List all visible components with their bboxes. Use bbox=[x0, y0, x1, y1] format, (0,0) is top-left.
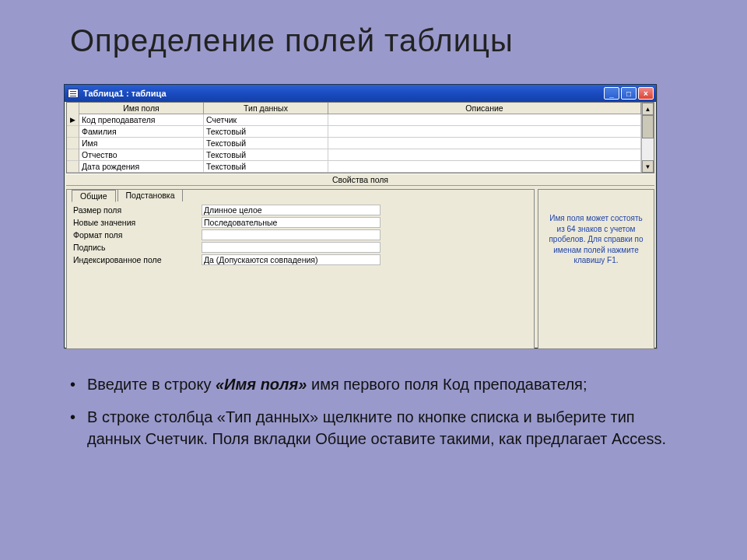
bullet-list: Введите в строку «Имя поля» имя первого … bbox=[70, 373, 677, 460]
col-header-name[interactable]: Имя поля bbox=[79, 103, 204, 114]
field-desc-cell[interactable] bbox=[328, 138, 641, 149]
field-type-cell[interactable]: Текстовый bbox=[204, 138, 328, 149]
titlebar: Таблица1 : таблица _ □ × bbox=[65, 85, 656, 102]
property-row: Подпись bbox=[73, 241, 528, 254]
field-grid: Имя поля Тип данных Описание ▶ Код препо… bbox=[66, 102, 654, 173]
table-row[interactable]: Дата рождения Текстовый bbox=[67, 161, 641, 173]
access-design-window: Таблица1 : таблица _ □ × Имя поля Тип да… bbox=[64, 84, 657, 348]
field-type-cell[interactable]: Текстовый bbox=[204, 126, 328, 138]
field-type-cell[interactable]: Текстовый bbox=[204, 149, 328, 161]
row-selector[interactable] bbox=[67, 161, 79, 173]
property-row: Формат поля bbox=[73, 229, 528, 241]
properties-panel: Общие Подстановка Размер поля Длинное це… bbox=[66, 189, 535, 349]
property-value[interactable]: Последовательные bbox=[202, 217, 381, 228]
field-name-cell[interactable]: Имя bbox=[79, 138, 204, 149]
row-selector[interactable] bbox=[67, 138, 79, 149]
property-label: Индексированное поле bbox=[73, 255, 202, 264]
properties-caption: Свойства поля bbox=[66, 173, 654, 186]
list-item: В строке столбца «Тип данных» щелкните п… bbox=[70, 406, 677, 450]
close-button[interactable]: × bbox=[638, 87, 654, 100]
property-label: Формат поля bbox=[73, 230, 202, 240]
table-icon bbox=[68, 89, 79, 98]
bullet-bold: «Имя поля» bbox=[216, 376, 307, 393]
scroll-thumb[interactable] bbox=[642, 115, 654, 138]
row-selector[interactable]: ▶ bbox=[67, 114, 79, 126]
row-selector[interactable] bbox=[67, 126, 79, 138]
grid-header: Имя поля Тип данных Описание bbox=[67, 103, 641, 114]
table-row[interactable]: Отчество Текстовый bbox=[67, 149, 641, 161]
table-row[interactable]: ▶ Код преподавателя Счетчик bbox=[67, 114, 641, 126]
field-type-cell[interactable]: Текстовый bbox=[204, 161, 328, 173]
bullet-text: имя первого поля Код преподавателя; bbox=[307, 376, 587, 393]
field-name-cell[interactable]: Фамилия bbox=[79, 126, 204, 138]
property-label: Размер поля bbox=[73, 205, 202, 215]
field-desc-cell[interactable] bbox=[328, 149, 641, 161]
window-title: Таблица1 : таблица bbox=[83, 89, 602, 98]
property-value[interactable]: Длинное целое bbox=[202, 205, 381, 215]
vertical-scrollbar[interactable]: ▲ ▼ bbox=[641, 103, 654, 173]
field-name-cell[interactable]: Отчество bbox=[79, 149, 204, 161]
table-row[interactable]: Фамилия Текстовый bbox=[67, 126, 641, 138]
table-row[interactable]: Имя Текстовый bbox=[67, 138, 641, 149]
property-value[interactable] bbox=[202, 229, 381, 240]
tab-general[interactable]: Общие bbox=[72, 190, 116, 202]
field-name-cell[interactable]: Дата рождения bbox=[79, 161, 204, 173]
property-value[interactable] bbox=[202, 242, 381, 253]
field-desc-cell[interactable] bbox=[328, 114, 641, 126]
minimize-button[interactable]: _ bbox=[604, 87, 619, 100]
field-desc-cell[interactable] bbox=[328, 126, 641, 138]
list-item: Введите в строку «Имя поля» имя первого … bbox=[70, 373, 677, 395]
property-row: Новые значения Последовательные bbox=[73, 216, 528, 229]
property-label: Подпись bbox=[73, 243, 202, 252]
col-header-desc[interactable]: Описание bbox=[328, 103, 641, 114]
property-value[interactable]: Да (Допускаются совпадения) bbox=[202, 254, 381, 265]
property-row: Индексированное поле Да (Допускаются сов… bbox=[73, 254, 528, 266]
property-row: Размер поля Длинное целое bbox=[73, 204, 528, 216]
maximize-button[interactable]: □ bbox=[621, 87, 637, 100]
help-panel: Имя поля может состоять из 64 знаков с у… bbox=[538, 189, 654, 349]
scroll-up-button[interactable]: ▲ bbox=[642, 103, 654, 115]
scroll-down-button[interactable]: ▼ bbox=[642, 160, 654, 173]
bullet-text: Введите в строку bbox=[87, 376, 216, 393]
field-type-cell[interactable]: Счетчик bbox=[204, 114, 328, 126]
field-desc-cell[interactable] bbox=[328, 161, 641, 173]
field-name-cell[interactable]: Код преподавателя bbox=[79, 114, 204, 126]
tab-lookup[interactable]: Подстановка bbox=[117, 189, 184, 201]
property-label: Новые значения bbox=[73, 218, 202, 227]
row-selector[interactable] bbox=[67, 149, 79, 161]
slide-title: Определение полей таблицы bbox=[0, 0, 747, 65]
col-header-type[interactable]: Тип данных bbox=[204, 103, 328, 114]
